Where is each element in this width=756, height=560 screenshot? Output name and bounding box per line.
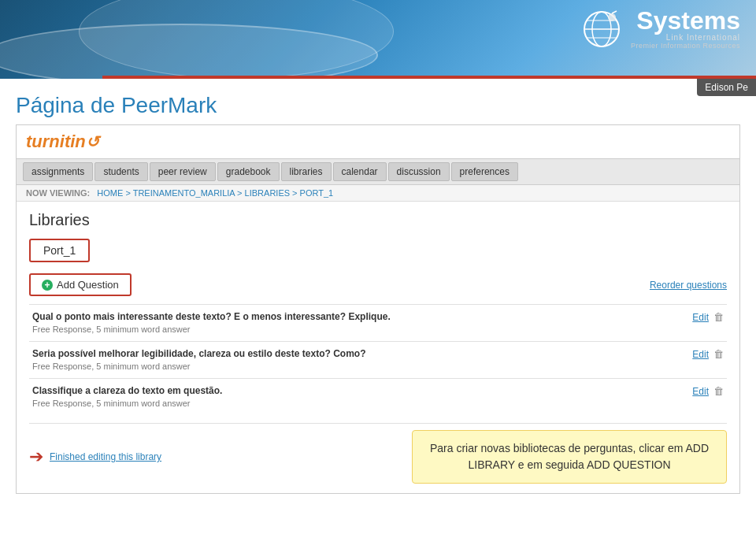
callout-box: Para criar novas bibliotecas de pergunta… [412,430,727,484]
page-title: Página de PeerMark [16,93,740,118]
turnitin-logo: turnitin↺ [26,132,99,152]
add-question-label: Add Question [57,279,119,291]
trash-icon-2[interactable]: 🗑 [713,348,724,360]
question-row: Qual o ponto mais interessante deste tex… [29,304,727,341]
add-question-row: + Add Question Reorder questions [29,273,727,296]
edit-link-1[interactable]: Edit [692,312,709,323]
page-title-area: Página de PeerMark [0,79,756,124]
footer-row: ➔ Finished editing this library Para cri… [29,423,727,484]
question-text-2: Seria possível melhorar legibilidade, cl… [32,348,692,372]
libraries-title: Libraries [29,211,727,229]
question-main-2: Seria possível melhorar legibilidade, cl… [32,348,692,359]
nav-bar: assignments students peer review gradebo… [17,159,739,185]
breadcrumb-label: NOW VIEWING: [26,188,90,198]
question-main-1: Qual o ponto mais interessante deste tex… [32,311,692,322]
question-text-1: Qual o ponto mais interessante deste tex… [32,311,692,335]
reorder-link[interactable]: Reorder questions [650,280,727,291]
nav-item-discussion[interactable]: discussion [388,162,450,181]
question-sub-1: Free Response, 5 minimum word answer [32,325,191,334]
plus-icon: + [42,280,53,291]
edit-link-2[interactable]: Edit [692,349,709,360]
trash-icon-3[interactable]: 🗑 [713,385,724,397]
turnitin-panel: turnitin↺ assignments students peer revi… [16,124,740,494]
nav-item-students[interactable]: students [94,162,147,181]
port-box[interactable]: Port_1 [29,239,90,262]
nav-item-gradebook[interactable]: gradebook [217,162,280,181]
nav-item-libraries[interactable]: libraries [281,162,332,181]
svg-line-6 [612,11,617,13]
question-row-3: Classifique a clareza do texto em questã… [29,378,727,415]
turnitin-symbol: ↺ [86,133,99,150]
turnitin-header: turnitin↺ [17,125,739,159]
arrow-right-icon: ➔ [29,447,43,467]
question-actions-3: Edit 🗑 [692,385,724,397]
question-sub-3: Free Response, 5 minimum word answer [32,399,191,408]
breadcrumb-path: HOME > TREINAMENTO_MARILIA > LIBRARIES >… [97,188,333,198]
systems-logo: Systems Link International Premier Infor… [582,8,741,50]
systems-big-label: Systems [636,6,740,35]
nav-item-preferences[interactable]: preferences [451,162,518,181]
question-main-3: Classifique a clareza do texto em questã… [32,385,692,396]
nav-item-peer-review[interactable]: peer review [150,162,216,181]
finished-editing-link[interactable]: Finished editing this library [50,451,161,462]
nav-item-assignments[interactable]: assignments [23,162,93,181]
question-actions-1: Edit 🗑 [692,311,724,323]
breadcrumb: NOW VIEWING: HOME > TREINAMENTO_MARILIA … [17,185,739,202]
svg-point-5 [608,13,616,21]
footer-left: ➔ Finished editing this library [29,447,161,467]
content-area: Libraries Port_1 + Add Question Reorder … [17,202,739,493]
header: Systems Link International Premier Infor… [0,0,756,79]
question-row-2: Seria possível melhorar legibilidade, cl… [29,341,727,378]
callout-text: Para criar novas bibliotecas de pergunta… [430,442,709,471]
edit-link-3[interactable]: Edit [692,386,709,397]
globe-icon [582,9,621,49]
question-actions-2: Edit 🗑 [692,348,724,360]
add-question-button[interactable]: + Add Question [29,273,132,296]
systems-text: Systems Link International Premier Infor… [631,8,740,50]
question-sub-2: Free Response, 5 minimum word answer [32,362,191,371]
question-text-3: Classifique a clareza do texto em questã… [32,385,692,409]
trash-icon-1[interactable]: 🗑 [713,311,724,323]
systems-sub2-label: Premier Information Resources [631,42,740,50]
nav-item-calendar[interactable]: calendar [333,162,387,181]
